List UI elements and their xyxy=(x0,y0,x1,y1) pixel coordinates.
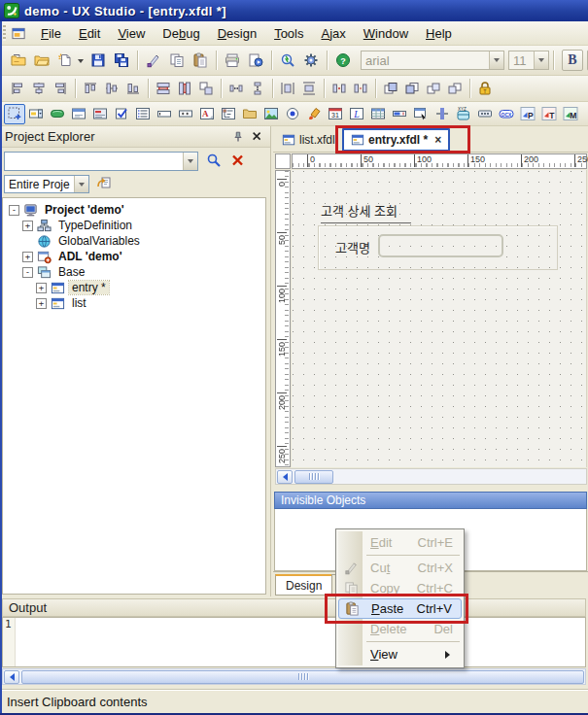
spin-component-icon[interactable] xyxy=(175,104,196,124)
cut-icon[interactable] xyxy=(142,49,165,72)
editor-tab-list-xfdl[interactable]: list.xfdl xyxy=(275,129,342,151)
chevron-down-icon[interactable] xyxy=(534,51,548,69)
search-run-icon[interactable] xyxy=(276,49,299,72)
editor-tab-entry-xfdl-[interactable]: entry.xfdl *× xyxy=(342,128,450,152)
spacing-increase-icon[interactable] xyxy=(329,79,350,99)
dataset-component-icon[interactable]: XYZ xyxy=(453,104,474,124)
center-horizontal-icon[interactable] xyxy=(277,79,298,99)
align-right-icon[interactable] xyxy=(50,79,71,99)
paint-component-icon[interactable] xyxy=(303,104,325,124)
tree-node-entry-[interactable]: +entry * xyxy=(3,280,265,295)
pin-icon[interactable] xyxy=(229,129,246,145)
tree-node-label[interactable]: GlobalVariables xyxy=(55,234,143,248)
bottom-tab-design[interactable]: Design xyxy=(275,574,332,596)
same-height-icon[interactable] xyxy=(174,79,195,99)
textarea-component-icon[interactable]: A xyxy=(196,104,218,124)
tree-node-typedefinition[interactable]: +TypeDefinition xyxy=(3,218,265,233)
settings-icon[interactable] xyxy=(299,49,323,72)
goto-file-icon[interactable] xyxy=(96,175,112,190)
tree-expander-icon[interactable]: + xyxy=(36,283,47,293)
close-panel-icon[interactable] xyxy=(249,129,265,145)
dropdown-arrow-icon[interactable] xyxy=(78,59,84,66)
scrollbar-thumb[interactable] xyxy=(21,670,584,684)
explorer-search-combo[interactable] xyxy=(4,152,198,171)
search-icon[interactable] xyxy=(206,153,222,168)
new-file-icon[interactable] xyxy=(53,49,77,72)
button-component-icon[interactable] xyxy=(47,104,68,124)
send-backward-icon[interactable] xyxy=(444,79,466,99)
align-center-icon[interactable] xyxy=(28,79,50,99)
menu-edit[interactable]: Edit xyxy=(70,23,109,44)
bold-button[interactable]: B xyxy=(562,50,583,71)
tab-label[interactable]: entry.xfdl * xyxy=(368,133,428,147)
canvas-horizontal-scrollbar[interactable] xyxy=(275,468,587,485)
tree-expander-icon[interactable]: + xyxy=(22,252,33,262)
tree-node-adl-demo-[interactable]: +ADL 'demo' xyxy=(3,249,265,264)
print-icon[interactable] xyxy=(221,49,244,72)
form-edit-field[interactable] xyxy=(378,234,503,257)
splitter-component-icon[interactable] xyxy=(432,104,453,124)
align-bottom-icon[interactable] xyxy=(122,79,144,99)
script-p-icon[interactable]: P xyxy=(517,104,538,124)
space-down-icon[interactable] xyxy=(247,79,268,99)
select-tool-icon[interactable] xyxy=(4,104,25,124)
script-t-icon[interactable]: T xyxy=(538,104,560,124)
tree-node-project-demo-[interactable]: -Project 'demo' xyxy=(3,202,265,218)
chevron-down-icon[interactable] xyxy=(183,153,197,170)
paste-icon[interactable] xyxy=(189,49,212,72)
tree-expander-icon[interactable]: + xyxy=(22,221,33,231)
tab-label[interactable]: list.xfdl xyxy=(299,133,335,147)
tree-node-label[interactable]: Base xyxy=(55,265,87,279)
tree-component-icon[interactable] xyxy=(218,104,239,124)
menu-view[interactable]: View xyxy=(109,23,154,44)
chevron-down-icon[interactable] xyxy=(74,176,88,192)
grid-component-icon[interactable] xyxy=(367,104,389,124)
context-menu-item-paste[interactable]: PasteCtrl+V xyxy=(338,598,462,619)
explorer-filter-value[interactable]: Entire Proje xyxy=(5,178,74,191)
copy-icon[interactable] xyxy=(165,49,189,72)
ocx-component-icon[interactable]: OCX xyxy=(496,104,517,124)
tree-node-globalvariables[interactable]: GlobalVariables xyxy=(3,233,265,249)
menu-ajax[interactable]: Ajax xyxy=(312,23,354,44)
more-components-icon[interactable] xyxy=(474,104,496,124)
edit-component-icon[interactable] xyxy=(68,104,89,124)
scroll-left-icon[interactable] xyxy=(4,670,19,684)
tree-expander-icon[interactable]: + xyxy=(36,298,47,309)
form-field-label[interactable]: 고객명 xyxy=(335,238,370,256)
save-icon[interactable] xyxy=(86,49,110,72)
checkbox-component-icon[interactable] xyxy=(111,104,132,124)
tree-node-label[interactable]: Project 'demo' xyxy=(42,203,127,217)
bring-to-front-icon[interactable] xyxy=(380,79,401,99)
print-preview-icon[interactable] xyxy=(244,49,267,72)
calendar-component-icon[interactable]: 31 xyxy=(325,104,346,124)
chevron-down-icon[interactable] xyxy=(489,51,503,69)
close-tab-icon[interactable]: × xyxy=(434,133,441,147)
combo-component-icon[interactable] xyxy=(25,104,47,124)
send-to-back-icon[interactable] xyxy=(401,79,423,99)
image-component-icon[interactable] xyxy=(260,104,282,124)
menu-file[interactable]: File xyxy=(32,23,70,44)
script-m-icon[interactable]: M xyxy=(560,104,581,124)
tree-expander-icon[interactable]: - xyxy=(9,205,19,216)
tree-node-label[interactable]: list xyxy=(69,296,89,310)
label-component-icon[interactable]: L xyxy=(346,104,367,124)
align-top-icon[interactable] xyxy=(80,79,101,99)
tree-node-label[interactable]: TypeDefinition xyxy=(55,219,135,232)
output-horizontal-scrollbar[interactable] xyxy=(2,668,586,685)
lock-icon[interactable]: T xyxy=(474,79,496,99)
center-vertical-icon[interactable] xyxy=(298,79,320,99)
tree-node-base[interactable]: -Base xyxy=(3,264,265,280)
tree-node-list[interactable]: +list xyxy=(3,295,265,311)
help-icon[interactable]: ? xyxy=(331,49,355,72)
bring-forward-icon[interactable] xyxy=(423,79,444,99)
frame-component-icon[interactable] xyxy=(239,104,260,124)
open-project-icon[interactable] xyxy=(7,49,30,72)
context-menu-item-view[interactable]: View xyxy=(338,644,462,664)
save-all-icon[interactable] xyxy=(110,49,133,72)
radio-component-icon[interactable] xyxy=(282,104,303,124)
pick-component-icon[interactable] xyxy=(410,104,432,124)
output-body[interactable]: 1 xyxy=(2,617,586,667)
font-name-combo[interactable]: arial xyxy=(361,51,504,70)
space-across-icon[interactable] xyxy=(225,79,247,99)
align-middle-icon[interactable] xyxy=(101,79,122,99)
